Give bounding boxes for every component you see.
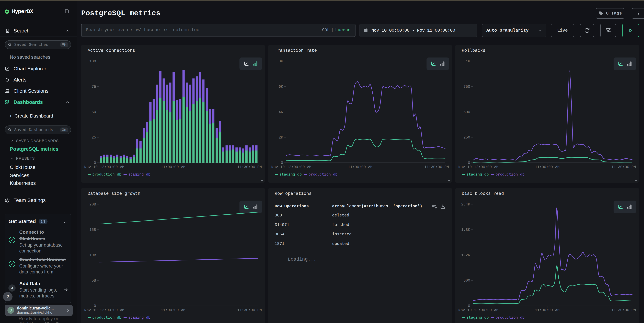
svg-text:15B: 15B [89,228,96,232]
svg-text:11:30:00 PM: 11:30:00 PM [611,165,636,169]
svg-text:11:00:00 AM: 11:00:00 AM [161,165,185,169]
svg-text:25: 25 [92,136,96,140]
svg-text:11:00:00 AM: 11:00:00 AM [535,165,560,169]
svg-text:6K: 6K [279,85,283,89]
svg-text:2.4K: 2.4K [461,202,470,207]
svg-text:11:30:00 PM: 11:30:00 PM [611,308,636,312]
svg-text:Nov 10 12:00:00 AM: Nov 10 12:00:00 AM [458,308,498,312]
svg-text:0: 0 [94,161,96,165]
svg-text:100: 100 [89,59,96,64]
svg-text:600: 600 [464,278,470,283]
svg-text:Nov 10 12:00:00 AM: Nov 10 12:00:00 AM [458,165,498,169]
svg-text:1.8K: 1.8K [461,228,470,232]
svg-text:750: 750 [464,85,470,89]
svg-text:0: 0 [281,161,283,165]
svg-text:250: 250 [464,136,470,140]
svg-text:0: 0 [468,304,470,308]
svg-text:4K: 4K [279,110,283,114]
svg-text:500: 500 [464,110,470,114]
svg-text:1K: 1K [466,59,470,64]
svg-text:10B: 10B [89,253,96,258]
svg-text:11:30:00 PM: 11:30:00 PM [237,308,262,312]
svg-text:11:00:00 AM: 11:00:00 AM [348,165,372,169]
svg-text:20B: 20B [89,202,96,207]
svg-text:11:00:00 AM: 11:00:00 AM [535,308,560,312]
svg-text:0: 0 [94,304,96,308]
svg-text:11:30:00 PM: 11:30:00 PM [237,165,262,169]
svg-text:50: 50 [92,110,96,114]
svg-text:0: 0 [468,161,470,165]
svg-text:2K: 2K [279,136,283,140]
svg-text:1.2K: 1.2K [461,253,470,258]
svg-text:75: 75 [92,85,96,89]
svg-text:Nov 10 12:00:00 AM: Nov 10 12:00:00 AM [84,308,124,312]
svg-text:Nov 10 12:00:00 AM: Nov 10 12:00:00 AM [84,165,124,169]
svg-text:11:30:00 PM: 11:30:00 PM [424,165,449,169]
svg-text:11:00:00 AM: 11:00:00 AM [161,308,185,312]
svg-text:8K: 8K [279,59,283,64]
svg-text:Nov 10 12:00:00 AM: Nov 10 12:00:00 AM [271,165,312,169]
svg-text:5B: 5B [92,278,96,283]
